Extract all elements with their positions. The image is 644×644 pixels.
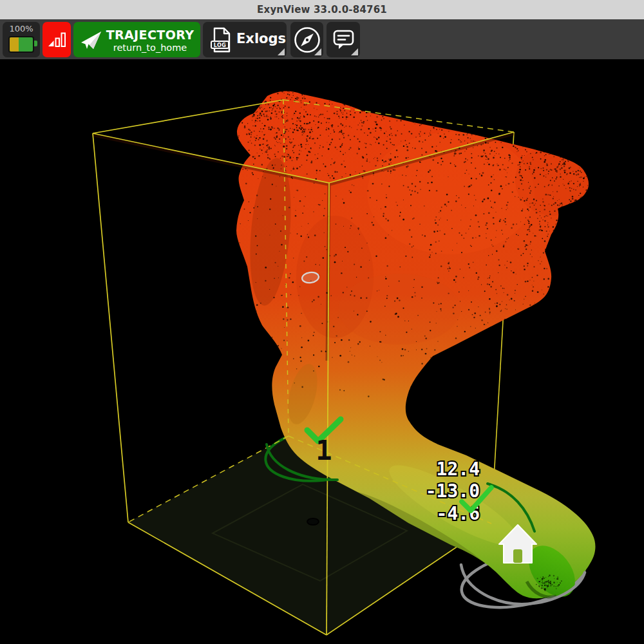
home-coord-x: 12.4 — [437, 459, 480, 480]
battery-icon — [8, 36, 34, 53]
window-titlebar[interactable]: ExynView 33.0.0-84761 — [0, 0, 644, 20]
trajectory-button[interactable]: TRAJECTORY return_to_home — [73, 22, 200, 57]
exynview-window: ExynView 33.0.0-84761 100% TRAJECTORY — [0, 0, 644, 644]
expand-corner-icon — [351, 48, 358, 55]
compass-button[interactable] — [290, 22, 323, 57]
trajectory-mode-label: return_to_home — [102, 43, 198, 53]
viewport-3d[interactable]: 1 12.4 -13.0 -4.6 — [0, 59, 644, 644]
window-title: ExynView 33.0.0-84761 — [257, 4, 387, 15]
log-icon-text: LOG — [214, 43, 227, 48]
trajectory-label: TRAJECTORY — [102, 28, 198, 42]
send-icon — [80, 30, 103, 52]
signal-bars-icon — [46, 30, 67, 50]
home-coord-y: -13.0 — [426, 480, 480, 502]
battery-percent: 100% — [3, 24, 40, 33]
log-file-icon: LOG — [209, 26, 232, 53]
signal-button[interactable] — [43, 22, 71, 57]
exlogs-button[interactable]: LOG Exlogs — [203, 22, 287, 57]
toolbar: 100% TRAJECTORY return_to_home — [0, 19, 644, 59]
expand-corner-icon — [278, 48, 285, 55]
exlogs-label: Exlogs — [236, 31, 286, 46]
expand-corner-icon — [314, 48, 321, 55]
point-cloud-view: 1 12.4 -13.0 -4.6 — [0, 59, 644, 644]
battery-button[interactable]: 100% — [3, 22, 40, 57]
messages-button[interactable] — [327, 22, 360, 57]
waypoint-1-label: 1 — [316, 435, 332, 466]
